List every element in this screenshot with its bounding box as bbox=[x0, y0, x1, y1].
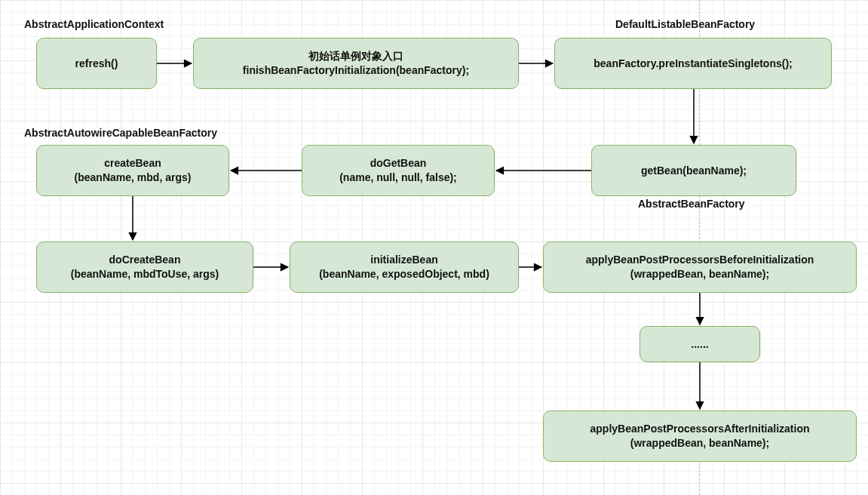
node-preinstantiate-singletons-line1: beanFactory.preInstantiateSingletons(); bbox=[593, 57, 792, 71]
node-refresh-line1: refresh() bbox=[75, 57, 118, 71]
label-default-listable-bean-factory: DefaultListableBeanFactory bbox=[615, 18, 755, 30]
node-do-create-bean-line2: (beanName, mbdToUse, args) bbox=[71, 267, 219, 281]
node-preinstantiate-singletons: beanFactory.preInstantiateSingletons(); bbox=[554, 38, 832, 89]
node-initialize-bean-line1: initializeBean bbox=[370, 253, 437, 267]
node-finish-bean-factory-init: 初始话单例对象入口 finishBeanFactoryInitializatio… bbox=[193, 38, 519, 89]
node-initialize-bean: initializeBean (beanName, exposedObject,… bbox=[290, 241, 519, 293]
node-do-get-bean-line1: doGetBean bbox=[370, 156, 427, 171]
node-apply-after-init-line1: applyBeanPostProcessorsAfterInitializati… bbox=[590, 422, 810, 436]
node-get-bean: getBean(beanName); bbox=[591, 145, 796, 196]
node-ellipsis-line1: ...... bbox=[691, 337, 708, 352]
node-apply-before-init-line2: (wrappedBean, beanName); bbox=[630, 267, 769, 281]
node-apply-before-init: applyBeanPostProcessorsBeforeInitializat… bbox=[543, 241, 857, 293]
node-do-get-bean: doGetBean (name, null, null, false); bbox=[302, 145, 495, 196]
node-finish-bean-factory-init-line1: 初始话单例对象入口 bbox=[308, 49, 403, 63]
node-finish-bean-factory-init-line2: finishBeanFactoryInitialization(beanFact… bbox=[243, 63, 469, 78]
node-create-bean-line1: createBean bbox=[104, 156, 161, 171]
node-apply-after-init-line2: (wrappedBean, beanName); bbox=[630, 436, 769, 450]
node-initialize-bean-line2: (beanName, exposedObject, mbd) bbox=[319, 267, 489, 281]
node-do-create-bean-line1: doCreateBean bbox=[109, 253, 181, 267]
node-do-get-bean-line2: (name, null, null, false); bbox=[339, 171, 457, 185]
node-get-bean-line1: getBean(beanName); bbox=[641, 164, 747, 178]
node-ellipsis: ...... bbox=[639, 326, 760, 362]
label-abstract-autowire-capable-bean-factory: AbstractAutowireCapableBeanFactory bbox=[24, 127, 217, 139]
node-create-bean: createBean (beanName, mbd, args) bbox=[36, 145, 229, 196]
node-do-create-bean: doCreateBean (beanName, mbdToUse, args) bbox=[36, 241, 253, 293]
label-abstract-application-context: AbstractApplicationContext bbox=[24, 18, 164, 30]
node-apply-before-init-line1: applyBeanPostProcessorsBeforeInitializat… bbox=[586, 253, 814, 267]
node-apply-after-init: applyBeanPostProcessorsAfterInitializati… bbox=[543, 410, 857, 462]
node-create-bean-line2: (beanName, mbd, args) bbox=[75, 171, 192, 185]
node-refresh: refresh() bbox=[36, 38, 157, 89]
label-abstract-bean-factory: AbstractBeanFactory bbox=[638, 198, 745, 210]
